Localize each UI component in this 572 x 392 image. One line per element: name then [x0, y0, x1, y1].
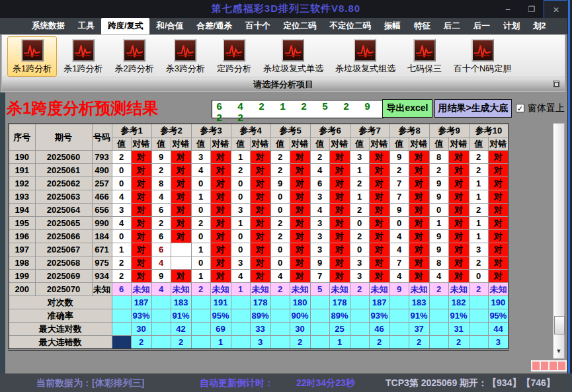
value-cell[interactable]: 3: [231, 204, 250, 217]
value-cell[interactable]: 8: [429, 151, 448, 164]
menu-item-12[interactable]: 计划: [497, 18, 526, 34]
judge-cell[interactable]: 对: [210, 190, 231, 204]
seq-cell[interactable]: 199: [9, 270, 35, 283]
judge-cell[interactable]: 对: [210, 164, 231, 177]
judge-cell[interactable]: 对: [448, 230, 469, 243]
value-cell[interactable]: 7: [310, 270, 329, 283]
judge-cell[interactable]: 对: [250, 164, 270, 177]
summary-value-cell[interactable]: 2: [171, 336, 191, 350]
value-cell[interactable]: 6: [151, 243, 171, 256]
summary-empty-cell[interactable]: [469, 336, 488, 350]
menu-item-3[interactable]: 和/合值: [149, 18, 190, 34]
summary-value-cell[interactable]: 91%: [409, 309, 429, 323]
judge-cell[interactable]: 未知: [409, 283, 429, 296]
value-cell[interactable]: 2: [112, 256, 131, 270]
judge-cell[interactable]: 对: [409, 204, 429, 217]
value-cell[interactable]: 7: [389, 177, 409, 190]
judge-cell[interactable]: 对: [171, 217, 191, 230]
judge-cell[interactable]: 对: [329, 256, 350, 270]
value-cell[interactable]: 2: [231, 164, 250, 177]
judge-cell[interactable]: 对: [171, 164, 191, 177]
menu-item-8[interactable]: 振幅: [378, 18, 407, 34]
summary-empty-cell[interactable]: [350, 323, 369, 336]
summary-empty-cell[interactable]: [270, 336, 290, 350]
judge-cell[interactable]: 对: [290, 256, 310, 270]
value-cell[interactable]: 3: [350, 270, 369, 283]
judge-cell[interactable]: 对: [369, 270, 389, 283]
toolbar-button-7[interactable]: 七码保三: [402, 36, 447, 77]
value-cell[interactable]: 2: [469, 204, 488, 217]
value-cell[interactable]: 6: [310, 177, 329, 190]
value-cell[interactable]: 2: [270, 283, 290, 296]
summary-value-cell[interactable]: 187: [369, 296, 389, 309]
judge-cell[interactable]: 对: [329, 204, 350, 217]
judge-cell[interactable]: 对: [409, 243, 429, 256]
issue-cell[interactable]: 2025070: [35, 283, 92, 296]
judge-cell[interactable]: 对: [448, 151, 469, 164]
judge-cell[interactable]: 对: [290, 204, 310, 217]
issue-cell[interactable]: 2025063: [35, 190, 92, 204]
issue-cell[interactable]: 2025065: [35, 217, 92, 230]
summary-empty-cell[interactable]: [191, 309, 210, 323]
value-cell[interactable]: 3: [350, 151, 369, 164]
value-cell[interactable]: 9: [310, 256, 329, 270]
summary-empty-cell[interactable]: [231, 336, 250, 350]
judge-cell[interactable]: 对: [488, 243, 509, 256]
summary-empty-cell[interactable]: [270, 296, 290, 309]
value-cell[interactable]: 2: [469, 151, 488, 164]
summary-empty-cell[interactable]: [350, 336, 369, 350]
summary-empty-cell[interactable]: [191, 296, 210, 309]
summary-empty-cell[interactable]: [310, 336, 329, 350]
judge-cell[interactable]: 对: [448, 217, 469, 230]
value-cell[interactable]: 3: [310, 230, 329, 243]
summary-value-cell[interactable]: 95%: [210, 309, 231, 323]
value-cell[interactable]: 0: [270, 256, 290, 270]
issue-cell[interactable]: 2025064: [35, 204, 92, 217]
value-cell[interactable]: 2: [350, 230, 369, 243]
judge-cell[interactable]: 对: [409, 256, 429, 270]
value-cell[interactable]: 9: [389, 283, 409, 296]
seq-cell[interactable]: 192: [9, 177, 35, 190]
value-cell[interactable]: 2: [389, 164, 409, 177]
summary-value-cell[interactable]: 180: [290, 296, 310, 309]
summary-empty-cell[interactable]: [231, 296, 250, 309]
summary-value-cell[interactable]: 1: [210, 336, 231, 350]
judge-cell[interactable]: 对: [448, 243, 469, 256]
value-cell[interactable]: 0: [231, 243, 250, 256]
value-cell[interactable]: 1: [429, 217, 448, 230]
summary-value-cell[interactable]: 3: [488, 336, 509, 350]
judge-cell[interactable]: 未知: [369, 283, 389, 296]
judge-cell[interactable]: 对: [448, 177, 469, 190]
judge-cell[interactable]: 对: [329, 243, 350, 256]
summary-empty-cell[interactable]: [151, 309, 171, 323]
menu-item-2[interactable]: 跨度/复式: [101, 18, 149, 34]
value-cell[interactable]: 1: [191, 190, 210, 204]
summary-empty-cell[interactable]: [270, 309, 290, 323]
summary-value-cell[interactable]: 37: [409, 323, 429, 336]
judge-cell[interactable]: 对: [488, 256, 509, 270]
judge-cell[interactable]: 对: [488, 164, 509, 177]
issue-cell[interactable]: 2025067: [35, 243, 92, 256]
value-cell[interactable]: 0: [231, 230, 250, 243]
prediction-result-input[interactable]: 6 4 2 1 2 5 2 9 2 2: [212, 100, 384, 118]
summary-empty-cell[interactable]: [469, 323, 488, 336]
judge-cell[interactable]: 对: [329, 151, 350, 164]
menu-item-0[interactable]: 系统数据: [25, 18, 71, 34]
summary-empty-cell[interactable]: [270, 323, 290, 336]
judge-cell[interactable]: 对: [448, 256, 469, 270]
value-cell[interactable]: 1: [231, 217, 250, 230]
summary-value-cell[interactable]: 2: [409, 336, 429, 350]
menu-item-6[interactable]: 定位二码: [276, 18, 323, 34]
summary-empty-cell[interactable]: [389, 336, 409, 350]
issue-cell[interactable]: 2025060: [35, 151, 92, 164]
summary-value-cell[interactable]: 91%: [448, 309, 469, 323]
summary-value-cell[interactable]: 182: [448, 296, 469, 309]
summary-empty-cell[interactable]: [469, 309, 488, 323]
judge-cell[interactable]: 未知: [250, 283, 270, 296]
judge-cell[interactable]: 对: [290, 190, 310, 204]
value-cell[interactable]: 0: [350, 243, 369, 256]
menu-item-9[interactable]: 特征: [407, 18, 437, 34]
judge-cell[interactable]: 对: [369, 204, 389, 217]
value-cell[interactable]: 2: [191, 283, 210, 296]
summary-empty-cell[interactable]: [310, 309, 329, 323]
